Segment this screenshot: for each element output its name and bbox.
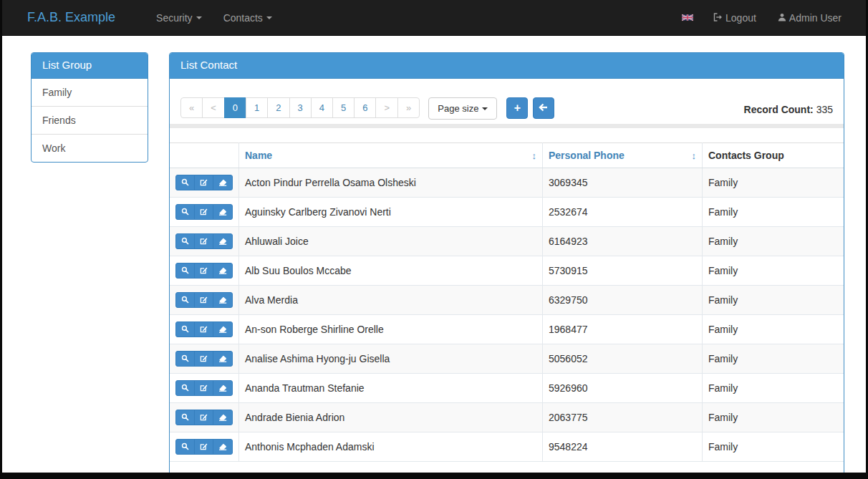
show-record-button[interactable] [175,321,195,337]
page: F.A.B. Example Security Contacts [2,0,866,473]
row-actions-cell [170,198,239,227]
contact-phone-cell: 2532674 [543,198,703,227]
delete-record-button[interactable] [213,321,233,337]
user-menu-link[interactable]: Admin User [776,0,843,36]
page-2-button[interactable]: 2 [267,97,289,118]
delete-record-button[interactable] [213,263,233,279]
edit-record-button[interactable] [194,410,213,425]
edit-record-button[interactable] [194,351,213,367]
delete-record-button[interactable] [213,410,233,425]
show-record-button[interactable] [175,175,195,190]
contact-name-cell: Ananda Trautman Stefanie [239,374,543,403]
row-action-group [175,263,233,279]
actions-column-header [170,143,239,168]
edit-record-button[interactable] [194,175,213,190]
group-panel-title: List Group [32,53,148,79]
show-record-button[interactable] [175,410,195,425]
phone-column-header: Personal Phone ↕ [543,143,703,168]
logout-label: Logout [725,0,756,36]
contact-name-cell: Anthonis Mcphaden Adamski [239,432,543,462]
window-frame: F.A.B. Example Security Contacts [0,0,868,479]
edit-icon [200,295,208,306]
contact-group-cell: Family [703,286,844,315]
show-record-button[interactable] [175,204,195,220]
menu-security[interactable]: Security [145,0,213,36]
table-row: Andrade Bienia Adrion 2063775 Family [170,403,844,432]
delete-record-button[interactable] [213,380,233,396]
sidebar-item-friends[interactable]: Friends [32,107,148,134]
logout-link[interactable]: Logout [712,0,758,36]
sort-by-phone-link[interactable]: Personal Phone [549,150,625,161]
record-count-value: 335 [816,104,833,115]
show-record-button[interactable] [175,233,195,249]
brand-link[interactable]: F.A.B. Example [27,10,115,25]
edit-record-button[interactable] [194,439,213,455]
page-size-dropdown[interactable]: Page size [428,97,497,120]
edit-record-button[interactable] [194,204,213,220]
delete-record-button[interactable] [213,175,233,190]
table-row: Anthonis Mcphaden Adamski 9548224 Family [170,432,844,462]
list-toolbar: «<0123456>» Page size + [170,97,844,120]
contact-group-cell: Family [703,227,844,256]
contact-phone-cell: 6329750 [543,286,703,315]
page-5-button[interactable]: 5 [332,97,355,118]
edit-record-button[interactable] [194,292,213,308]
contact-phone-cell: 5056052 [543,344,703,374]
menu-contacts[interactable]: Contacts [213,0,283,36]
table-row: Alb Suu Boulos Mccabe 5730915 Family [170,256,844,286]
contact-name-cell: Aguinsky Carlberg Zivanovi Nerti [239,198,543,227]
row-actions-cell [170,374,239,403]
edit-record-button[interactable] [194,233,213,249]
page-0-button[interactable]: 0 [224,97,246,118]
page-4-button[interactable]: 4 [311,97,333,118]
contact-name-cell: Ahluwali Joice [239,227,543,256]
delete-record-button[interactable] [213,233,233,249]
magnifier-icon [181,295,189,306]
page-3-button[interactable]: 3 [289,97,312,118]
sort-icon[interactable]: ↕ [692,150,697,161]
contact-phone-cell: 5926960 [543,374,703,403]
row-action-group [175,410,233,425]
uk-flag-icon[interactable] [682,14,693,21]
page-1-button[interactable]: 1 [246,97,268,118]
divider-band [170,124,844,128]
delete-record-button[interactable] [213,439,233,455]
back-button[interactable] [533,97,554,119]
sidebar-item-family[interactable]: Family [32,79,148,106]
contact-phone-cell: 2063775 [543,403,703,432]
show-record-button[interactable] [175,263,195,279]
row-action-group [175,233,233,249]
contact-name-cell: Analise Ashima Hyong-ju Gisella [239,344,543,374]
arrow-left-icon [539,102,549,115]
delete-record-button[interactable] [213,292,233,308]
contact-group-cell: Family [703,256,844,286]
show-record-button[interactable] [175,380,195,396]
page-6-button[interactable]: 6 [354,97,376,118]
sort-icon[interactable]: ↕ [532,150,537,161]
show-record-button[interactable] [175,351,195,367]
list-item: Friends [32,106,148,134]
row-action-group [175,292,233,308]
row-actions-cell [170,403,239,432]
contact-group-cell: Family [703,432,844,462]
magnifier-icon [181,442,189,453]
magnifier-icon [181,354,189,364]
eraser-icon [218,266,227,276]
edit-record-button[interactable] [194,321,213,337]
add-record-button[interactable]: + [506,97,528,119]
sidebar-item-work[interactable]: Work [32,135,148,162]
delete-record-button[interactable] [213,204,233,220]
contact-name-cell: Andrade Bienia Adrion [239,403,543,432]
edit-record-button[interactable] [194,263,213,279]
plus-icon: + [514,102,521,115]
pagination-item: 0 [225,97,246,118]
magnifier-icon [181,412,189,423]
sort-by-name-link[interactable]: Name [245,150,272,161]
page-size-label: Page size [438,103,478,114]
show-record-button[interactable] [175,439,195,455]
contact-panel-body: «<0123456>» Page size + [170,79,844,473]
delete-record-button[interactable] [213,351,233,367]
edit-record-button[interactable] [194,380,213,396]
menu-contacts-label: Contacts [223,0,263,36]
show-record-button[interactable] [175,292,195,308]
